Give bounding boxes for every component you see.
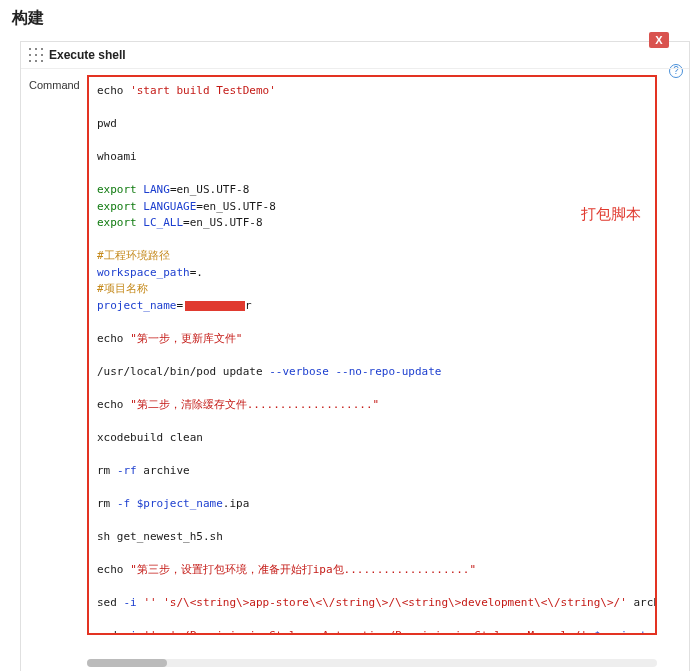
code-token: -f <box>117 497 130 510</box>
code-token: sed <box>97 629 124 636</box>
code-token: export <box>97 216 137 229</box>
drag-handle-icon[interactable] <box>29 48 43 62</box>
code-token: -rf <box>117 464 137 477</box>
code-token: .ipa <box>223 497 250 510</box>
section-header: Execute shell <box>21 42 689 69</box>
code-token: $project_name <box>587 629 657 636</box>
code-token: echo <box>97 398 130 411</box>
scrollbar-thumb[interactable] <box>87 659 167 667</box>
redacted-value <box>185 301 245 311</box>
code-token: =en_US.UTF-8 <box>170 183 249 196</box>
code-token: /usr/local/bin/pod update <box>97 365 269 378</box>
code-token: pwd <box>97 117 117 130</box>
code-token: LANG <box>137 183 170 196</box>
code-token: workspace_path <box>97 266 190 279</box>
command-row: Command 打包脚本 echo 'start build TestDemo'… <box>21 69 689 671</box>
section-title: Execute shell <box>49 48 126 62</box>
code-token: #项目名称 <box>97 282 148 295</box>
code-token: xcodebuild clean <box>97 431 203 444</box>
command-label: Command <box>29 75 87 671</box>
code-token: 'start build TestDemo' <box>130 84 276 97</box>
code-token: LANGUAGE <box>137 200 197 213</box>
code-token: "第一步，更新库文件" <box>130 332 242 345</box>
code-token: project_name <box>97 299 176 312</box>
horizontal-scrollbar[interactable] <box>87 659 657 667</box>
code-token: $project_name <box>130 497 223 510</box>
code-token: '' 's/ProvisioningStyle = Automatic;/Pro… <box>143 629 587 636</box>
code-token: archive <box>137 464 190 477</box>
code-token: -i <box>124 596 144 609</box>
page-title: 构建 <box>0 0 700 37</box>
code-token: =en_US.UTF-8 <box>196 200 275 213</box>
code-token: LC_ALL <box>137 216 183 229</box>
code-token: echo <box>97 84 130 97</box>
code-token: #工程环境路径 <box>97 249 170 262</box>
code-token: "第二步，清除缓存文件..................." <box>130 398 379 411</box>
code-token: . <box>196 266 203 279</box>
code-token: whoami <box>97 150 137 163</box>
code-token: '' 's/\<string\>app-store\<\/string\>/\<… <box>143 596 626 609</box>
code-token: echo <box>97 563 130 576</box>
code-token: sh get_newest_h5.sh <box>97 530 223 543</box>
code-token: sed <box>97 596 124 609</box>
code-token: export <box>97 183 137 196</box>
code-token: "第三步，设置打包环境，准备开始打ipa包...................… <box>130 563 476 576</box>
code-token: rm <box>97 464 117 477</box>
code-token: = <box>176 299 183 312</box>
build-step-execute-shell: X ? Execute shell Command 打包脚本 echo 'sta… <box>20 41 690 671</box>
code-token: archieveOpt.plist <box>627 596 657 609</box>
command-textarea[interactable]: echo 'start build TestDemo' pwd whoami e… <box>87 75 657 635</box>
code-token: r <box>245 299 252 312</box>
code-token: export <box>97 200 137 213</box>
code-token: =en_US.UTF-8 <box>183 216 262 229</box>
code-wrap: 打包脚本 echo 'start build TestDemo' pwd who… <box>87 75 681 671</box>
code-token: rm <box>97 497 117 510</box>
code-token: --verbose --no-repo-update <box>269 365 441 378</box>
code-token: -i <box>124 629 144 636</box>
code-token: echo <box>97 332 130 345</box>
